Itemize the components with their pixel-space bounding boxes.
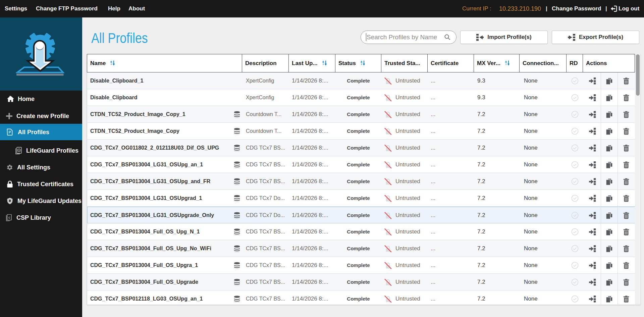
svg-text:c: c xyxy=(8,216,10,219)
svg-text:P: P xyxy=(9,130,11,134)
